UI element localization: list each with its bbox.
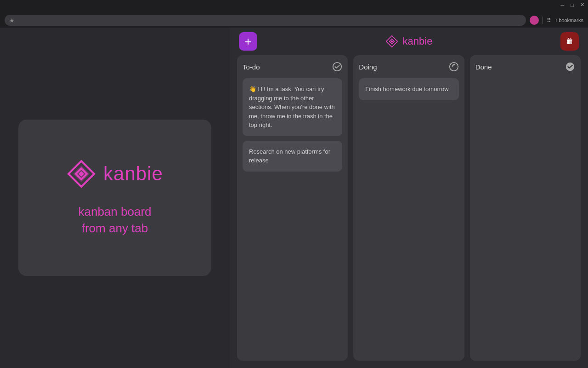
logo-area: kanbie (67, 159, 163, 189)
kanban-panel: + kanbie 🗑 To-do (230, 28, 588, 368)
column-doing: Doing Finish homework due tomorrow (353, 55, 464, 361)
add-task-button[interactable]: + (239, 32, 257, 51)
promo-panel: kanbie kanban board from any tab (0, 28, 230, 368)
task-card-2[interactable]: Research on new platforms for release (243, 141, 342, 172)
column-done-header: Done (475, 62, 575, 72)
app-name-promo: kanbie (103, 163, 163, 185)
svg-point-8 (449, 63, 458, 71)
svg-marker-6 (390, 40, 393, 42)
minimize-button[interactable]: ─ (561, 2, 565, 8)
maximize-button[interactable]: □ (571, 2, 574, 8)
close-button[interactable]: ✕ (580, 2, 584, 8)
promo-tagline: kanban board from any tab (78, 203, 151, 237)
task-card-3[interactable]: Finish homework due tomorrow (359, 78, 458, 100)
kanban-title: kanbie (403, 35, 433, 47)
column-doing-header: Doing (359, 62, 458, 72)
task-card-1[interactable]: 👋 Hi! Im a task. You can try dragging me… (243, 78, 342, 136)
column-todo-title: To-do (243, 63, 260, 71)
kanban-title-area: kanbie (385, 35, 433, 48)
kanban-header: + kanbie 🗑 (230, 28, 588, 55)
promo-card: kanbie kanban board from any tab (18, 120, 211, 276)
trash-button[interactable]: 🗑 (560, 32, 579, 51)
done-icon (565, 62, 575, 72)
column-done-title: Done (475, 63, 492, 71)
column-done: Done (470, 55, 581, 361)
extensions-grid-icon[interactable]: ⠿ (547, 17, 552, 24)
kanbie-header-logo-icon (385, 35, 398, 48)
column-doing-title: Doing (359, 63, 377, 71)
address-bar[interactable]: ★ (5, 15, 526, 26)
main-content: kanbie kanban board from any tab + (0, 28, 588, 368)
trash-icon: 🗑 (566, 37, 574, 46)
column-todo: To-do 👋 Hi! Im a task. You can try dragg… (237, 55, 348, 361)
bookmarks-text: r bookmarks (555, 17, 583, 23)
profile-avatar[interactable] (530, 16, 539, 25)
todo-icon (332, 62, 342, 72)
doing-icon (449, 62, 459, 72)
star-icon: ★ (9, 17, 15, 24)
kanban-board: To-do 👋 Hi! Im a task. You can try dragg… (230, 55, 588, 368)
kanbie-logo-icon (67, 159, 96, 189)
column-todo-header: To-do (243, 62, 342, 72)
